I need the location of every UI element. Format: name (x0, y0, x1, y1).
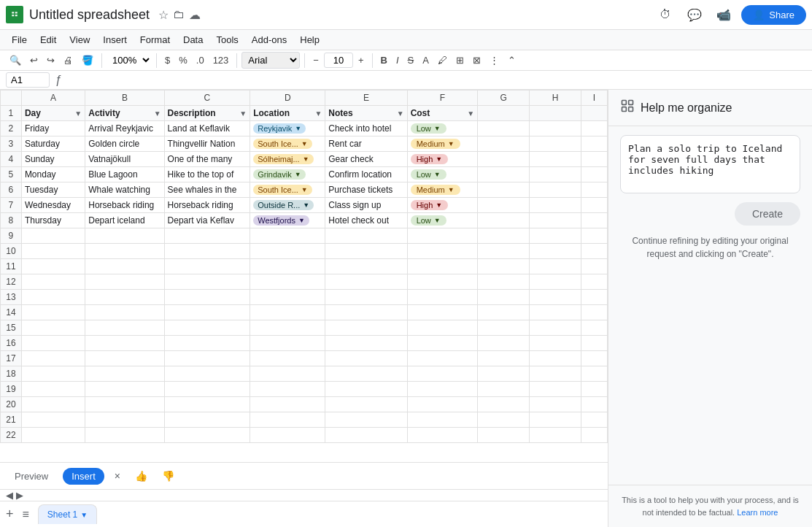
cost-chip[interactable]: Medium ▼ (411, 139, 460, 149)
cell-e5[interactable]: Confirm location (325, 167, 407, 182)
cell-e1[interactable]: Notes ▼ (325, 106, 407, 121)
filter-icon-notes[interactable]: ▼ (397, 109, 404, 118)
cell-a7[interactable]: Wednesday (21, 198, 85, 213)
text-color-button[interactable]: A (419, 53, 433, 68)
font-select[interactable]: Arial (241, 52, 300, 69)
prompt-textarea[interactable]: Plan a solo trip to Iceland for seven fu… (620, 135, 800, 193)
sheet-tab-arrow[interactable]: ▼ (80, 511, 88, 519)
cell-f4[interactable]: High ▼ (407, 152, 478, 167)
cloud-icon[interactable]: ☁ (189, 8, 201, 22)
cell-i7[interactable] (581, 198, 607, 213)
cell-g1[interactable] (478, 106, 530, 121)
cell-b3[interactable]: Golden circle (85, 136, 164, 152)
cell-a2[interactable]: Friday (21, 121, 85, 136)
filter-icon-day[interactable]: ▼ (74, 109, 82, 118)
menu-insert[interactable]: Insert (97, 31, 133, 48)
star-icon[interactable]: ☆ (158, 8, 169, 22)
cell-f2[interactable]: Low ▼ (407, 121, 478, 136)
cost-chip[interactable]: High ▼ (411, 200, 449, 210)
cell-d4[interactable]: Sólheimaj... ▼ (250, 152, 325, 167)
cell-g4[interactable] (478, 152, 530, 167)
filter-icon-cost[interactable]: ▼ (467, 109, 474, 118)
menu-addons[interactable]: Add-ons (246, 31, 293, 48)
menu-help[interactable]: Help (294, 31, 325, 48)
cell-c3[interactable]: Thingvellir Nation (164, 136, 250, 152)
cell-d7[interactable]: Outside R... ▼ (250, 198, 325, 213)
folder-icon[interactable]: 🗀 (173, 8, 185, 21)
cell-d5[interactable]: Grindavik ▼ (250, 167, 325, 182)
cell-e7[interactable]: Class sign up (325, 198, 407, 213)
bold-button[interactable]: B (377, 53, 391, 68)
undo-button[interactable]: ↩ (26, 53, 42, 68)
cell-i2[interactable] (581, 121, 607, 136)
italic-button[interactable]: I (393, 53, 403, 68)
location-chip[interactable]: Grindavik ▼ (253, 169, 305, 180)
cell-a1[interactable]: Day ▼ (21, 106, 85, 121)
menu-tools[interactable]: Tools (210, 31, 244, 48)
menu-file[interactable]: File (6, 31, 33, 48)
strikethrough-button[interactable]: S (404, 53, 418, 68)
cell-b5[interactable]: Blue Lagoon (85, 167, 164, 182)
cell-g3[interactable] (478, 136, 530, 152)
cell-c5[interactable]: Hike to the top of (164, 167, 250, 182)
chevron-up-button[interactable]: ⌃ (504, 53, 519, 68)
comment-icon[interactable]: 💬 (683, 3, 706, 26)
cell-d1[interactable]: Location ▼ (250, 106, 325, 121)
cell-e6[interactable]: Purchase tickets (325, 182, 407, 198)
cost-chip[interactable]: Medium ▼ (411, 185, 460, 195)
col-header-d[interactable]: D (250, 91, 325, 106)
thumbs-up-button[interactable]: 👍 (131, 467, 152, 485)
cell-b2[interactable]: Arrival Reykjavic (85, 121, 164, 136)
cost-chip[interactable]: Low ▼ (411, 215, 446, 226)
cell-g8[interactable] (478, 213, 530, 228)
menu-view[interactable]: View (63, 31, 96, 48)
location-chip[interactable]: Westfjords ▼ (253, 215, 309, 226)
cell-h5[interactable] (530, 167, 581, 182)
merge-button[interactable]: ⊠ (469, 53, 484, 68)
cell-f5[interactable]: Low ▼ (407, 167, 478, 182)
cell-f1[interactable]: Cost ▼ (407, 106, 478, 121)
sheet-tab-1[interactable]: Sheet 1 ▼ (38, 504, 97, 524)
cell-a4[interactable]: Sunday (21, 152, 85, 167)
cell-c7[interactable]: Horseback riding (164, 198, 250, 213)
cell-c8[interactable]: Depart via Keflav (164, 213, 250, 228)
cell-c6[interactable]: See whales in the (164, 182, 250, 198)
cell-d3[interactable]: South Ice... ▼ (250, 136, 325, 152)
cell-b6[interactable]: Whale watching (85, 182, 164, 198)
menu-edit[interactable]: Edit (34, 31, 62, 48)
sheet-table-wrapper[interactable]: A B C D E F G H I 1 (0, 90, 608, 462)
cell-g5[interactable] (478, 167, 530, 182)
cell-h4[interactable] (530, 152, 581, 167)
thumbs-down-button[interactable]: 👎 (158, 467, 179, 485)
location-chip[interactable]: South Ice... ▼ (253, 185, 312, 195)
cell-i5[interactable] (581, 167, 607, 182)
cell-e8[interactable]: Hotel check out (325, 213, 407, 228)
cell-f8[interactable]: Low ▼ (407, 213, 478, 228)
cell-i3[interactable] (581, 136, 607, 152)
cell-h8[interactable] (530, 213, 581, 228)
percent-button[interactable]: % (175, 53, 191, 68)
menu-data[interactable]: Data (177, 31, 209, 48)
col-header-i[interactable]: I (581, 91, 607, 106)
cell-a3[interactable]: Saturday (21, 136, 85, 152)
cell-h7[interactable] (530, 198, 581, 213)
history-icon[interactable]: ⏱ (654, 3, 677, 26)
cell-c1[interactable]: Description ▼ (164, 106, 250, 121)
cell-b1[interactable]: Activity ▼ (85, 106, 164, 121)
col-header-a[interactable]: A (21, 91, 85, 106)
sheet-menu-button[interactable]: ≡ (23, 508, 29, 521)
cell-i6[interactable] (581, 182, 607, 198)
cell-d8[interactable]: Westfjords ▼ (250, 213, 325, 228)
cell-g6[interactable] (478, 182, 530, 198)
learn-more-link[interactable]: Learn more (737, 508, 778, 517)
cell-a6[interactable]: Tuesday (21, 182, 85, 198)
paint-format-button[interactable]: 🪣 (78, 53, 97, 68)
cell-i8[interactable] (581, 213, 607, 228)
cell-h6[interactable] (530, 182, 581, 198)
cell-a5[interactable]: Monday (21, 167, 85, 182)
highlight-button[interactable]: 🖊 (434, 53, 451, 68)
cost-chip[interactable]: Low ▼ (411, 169, 446, 180)
zoom-select[interactable]: 100% (107, 53, 152, 68)
cell-e3[interactable]: Rent car (325, 136, 407, 152)
cell-reference-input[interactable] (6, 72, 50, 88)
